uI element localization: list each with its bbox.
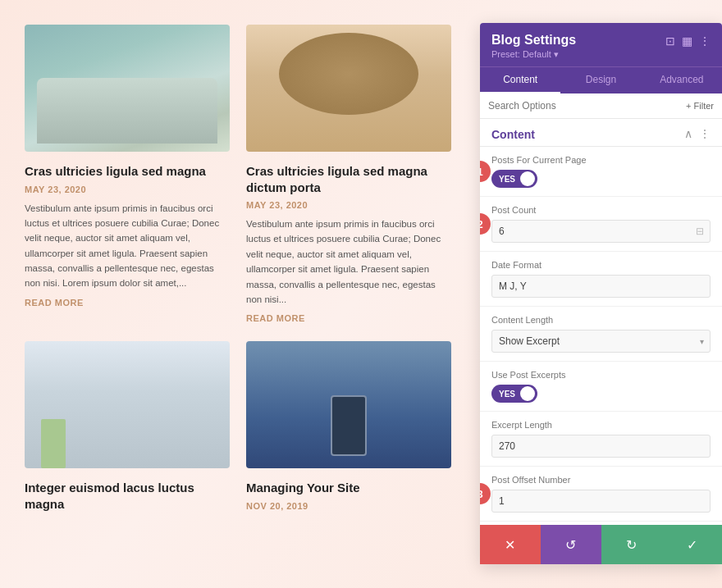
label-use-post-excerpts: Use Post Excerpts — [491, 370, 711, 380]
undo-button[interactable]: ↺ — [541, 525, 601, 564]
post-excerpt-2: Vestibulum ante ipsum primis in faucibus… — [246, 217, 451, 307]
field-excerpt-length: Excerpt Length — [480, 412, 722, 467]
label-post-count: Post Count — [491, 205, 711, 215]
blog-area: Cras ultricies ligula sed magna MAY 23, … — [25, 25, 451, 566]
bottom-toolbar: ✕ ↺ ↻ ✓ — [480, 525, 722, 564]
panel-header-icons: ⊡ ▦ ⋮ — [665, 34, 711, 48]
field-post-offset: 3 Post Offset Number — [480, 467, 722, 522]
post-image-1 — [25, 25, 230, 152]
post-count-icon: ⊟ — [696, 226, 704, 238]
post-image-4 — [246, 341, 451, 468]
post-title-2: Cras ultricies ligula sed magna dictum p… — [246, 163, 451, 195]
label-date-format: Date Format — [491, 260, 711, 270]
post-grid: Cras ultricies ligula sed magna MAY 23, … — [25, 25, 451, 517]
label-content-length: Content Length — [491, 315, 711, 325]
post-date-2: MAY 23, 2020 — [246, 200, 451, 210]
toggle-posts-current-page[interactable]: YES — [491, 170, 537, 188]
section-header: Content ∧ ⋮ — [480, 119, 722, 147]
section-title: Content — [491, 128, 535, 141]
toggle-excerpts-circle — [520, 386, 535, 401]
field-posts-current-page: 1 Posts For Current Page YES — [480, 147, 722, 197]
post-card-3: Integer euismod lacus luctus magna — [25, 341, 230, 517]
toggle-circle — [520, 171, 535, 186]
excerpt-length-input[interactable] — [491, 435, 711, 458]
badge-1: 1 — [480, 161, 491, 182]
post-title-3: Integer euismod lacus luctus magna — [25, 480, 230, 512]
label-posts-current-page: Posts For Current Page — [491, 155, 711, 165]
post-card-4: Managing Your Site NOV 20, 2019 — [246, 341, 451, 517]
content-section: Content ∧ ⋮ 1 Posts For Current Page YES… — [480, 119, 722, 564]
post-date-4: NOV 20, 2019 — [246, 501, 451, 511]
read-more-1[interactable]: READ MORE — [25, 298, 84, 308]
badge-2: 2 — [480, 213, 491, 235]
panel-icon-more[interactable]: ⋮ — [699, 34, 711, 48]
panel-title: Blog Settings — [491, 33, 665, 48]
panel-title-group: Blog Settings Preset: Default ▾ — [491, 33, 665, 60]
panel-preset[interactable]: Preset: Default ▾ — [491, 49, 665, 60]
filter-button[interactable]: + Filter — [686, 101, 714, 111]
content-length-select[interactable]: Show Excerpt Show Full Content — [491, 330, 711, 353]
label-post-offset: Post Offset Number — [491, 475, 711, 485]
post-card-1: Cras ultricies ligula sed magna MAY 23, … — [25, 25, 230, 325]
panel-header: Blog Settings Preset: Default ▾ ⊡ ▦ ⋮ — [480, 23, 722, 66]
save-button[interactable]: ✓ — [661, 525, 722, 564]
field-post-count: 2 Post Count ⊟ — [480, 197, 722, 252]
badge-3: 3 — [480, 483, 491, 504]
post-offset-input[interactable] — [491, 490, 711, 513]
post-title-1: Cras ultricies ligula sed magna — [25, 163, 230, 180]
label-excerpt-length: Excerpt Length — [491, 420, 711, 430]
content-length-select-wrapper: Show Excerpt Show Full Content ▾ — [491, 330, 711, 353]
post-card-2: Cras ultricies ligula sed magna dictum p… — [246, 25, 451, 325]
post-count-input-wrapper: ⊟ — [491, 220, 711, 243]
collapse-icon[interactable]: ∧ — [684, 127, 692, 141]
tab-design[interactable]: Design — [560, 67, 641, 93]
post-title-4: Managing Your Site — [246, 480, 451, 496]
toggle-label-yes: YES — [494, 173, 520, 185]
panel-icon-responsive[interactable]: ⊡ — [665, 34, 675, 48]
panel-tabs: Content Design Advanced — [480, 66, 722, 93]
section-controls: ∧ ⋮ — [684, 127, 711, 141]
post-excerpt-1: Vestibulum ante ipsum primis in faucibus… — [25, 201, 230, 291]
post-image-2 — [246, 25, 451, 152]
cancel-button[interactable]: ✕ — [480, 525, 541, 564]
search-row: + Filter — [480, 93, 722, 119]
read-more-2[interactable]: READ MORE — [246, 313, 305, 323]
field-content-length: Content Length Show Excerpt Show Full Co… — [480, 307, 722, 362]
tab-content[interactable]: Content — [480, 67, 560, 93]
toggle-excerpts-label: YES — [494, 388, 520, 400]
settings-panel: Blog Settings Preset: Default ▾ ⊡ ▦ ⋮ Co… — [480, 23, 722, 564]
field-date-format: Date Format — [480, 252, 722, 307]
post-date-1: MAY 23, 2020 — [25, 185, 230, 194]
section-menu-icon[interactable]: ⋮ — [699, 127, 711, 141]
search-input[interactable] — [488, 100, 679, 112]
date-format-input[interactable] — [491, 275, 711, 298]
post-count-input[interactable] — [491, 220, 711, 243]
toggle-posts-current-page-wrapper: YES — [491, 170, 711, 188]
post-image-3 — [25, 341, 230, 468]
tab-advanced[interactable]: Advanced — [642, 67, 722, 93]
toggle-use-excerpts-wrapper: YES — [491, 385, 711, 403]
panel-icon-layout[interactable]: ▦ — [682, 34, 692, 48]
toggle-use-excerpts[interactable]: YES — [491, 385, 537, 403]
field-use-post-excerpts: Use Post Excerpts YES — [480, 362, 722, 412]
redo-button[interactable]: ↻ — [601, 525, 662, 564]
